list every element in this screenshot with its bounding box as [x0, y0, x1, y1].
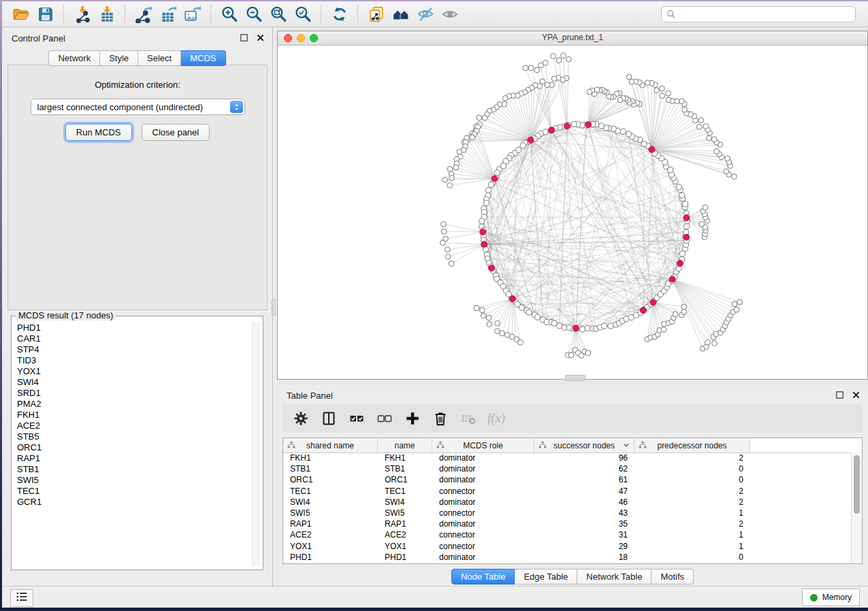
sort-descending-icon[interactable] [622, 440, 631, 450]
mcds-result-item[interactable]: TID3 [17, 355, 251, 366]
close-panel-icon[interactable] [255, 33, 266, 43]
deselect-all-columns-icon[interactable] [375, 409, 394, 428]
column-header-successor-nodes[interactable]: successor nodes [534, 438, 634, 452]
close-panel-button[interactable]: Close panel [142, 124, 210, 141]
minimize-window-icon[interactable] [297, 34, 305, 42]
tab-motifs[interactable]: Motifs [652, 569, 694, 584]
mcds-result-item[interactable]: TEC1 [17, 486, 251, 497]
toolbar-separator [357, 5, 359, 23]
node-table-scrollbar[interactable] [851, 452, 862, 563]
table-toolbar: f(x) [283, 404, 863, 433]
control-panel-title: Control Panel [12, 33, 65, 44]
horizontal-splitter-handle[interactable] [565, 375, 585, 381]
hierarchy-icon [287, 440, 296, 450]
node-table-scrollbar-thumb[interactable] [854, 455, 860, 514]
select-all-columns-icon[interactable] [347, 409, 366, 428]
memory-label: Memory [822, 593, 852, 602]
hide-selected-icon[interactable] [413, 4, 438, 24]
mcds-result-group: MCDS result (17 nodes) PHD1CAR1STP4TID3Y… [11, 316, 263, 570]
tab-node-table[interactable]: Node Table [451, 569, 515, 584]
table-row[interactable]: SWI4SWI4dominator462 [283, 497, 852, 508]
tab-style[interactable]: Style [100, 50, 138, 66]
table-row[interactable]: SWI5SWI5connector431 [283, 508, 852, 518]
table-row[interactable]: RAP1RAP1dominator352 [283, 518, 852, 529]
show-all-icon[interactable] [438, 4, 462, 24]
mcds-network-node [549, 127, 555, 133]
add-column-icon[interactable] [403, 409, 422, 428]
mcds-network-node [585, 122, 592, 128]
workspace-area: YPA_prune.txt_1 Table Panel f(x) shared … [276, 27, 868, 586]
export-network-icon[interactable] [131, 4, 156, 24]
mcds-result-item[interactable]: SWI5 [17, 475, 251, 486]
table-panel-window-controls [835, 390, 861, 400]
mcds-result-item[interactable]: SRD1 [17, 388, 251, 399]
table-row[interactable]: PHD1PHD1dominator180 [283, 552, 852, 563]
table-row[interactable]: TEC1TEC1connector472 [283, 486, 852, 497]
mcds-result-item[interactable]: ORC1 [17, 442, 251, 453]
optimization-criterion-select[interactable]: largest connected component (undirected) [31, 99, 245, 115]
save-session-icon[interactable] [33, 4, 58, 24]
tab-select[interactable]: Select [138, 50, 181, 66]
mcds-result-item[interactable]: STB5 [17, 431, 251, 442]
table-row[interactable]: FKH1FKH1dominator962 [283, 452, 852, 463]
mcds-network-node [480, 229, 486, 235]
mcds-result-list[interactable]: PHD1CAR1STP4TID3YOX1SWI4SRD1PMA2FKH1ACE2… [14, 323, 251, 567]
mcds-result-item[interactable]: FKH1 [17, 410, 251, 420]
tab-mcds[interactable]: MCDS [181, 50, 225, 66]
mcds-result-scrollbar[interactable] [252, 323, 261, 566]
tab-edge-table[interactable]: Edge Table [515, 569, 577, 584]
table-row[interactable]: ORC1ORC1dominator610 [283, 474, 852, 485]
column-layout-icon[interactable] [319, 409, 338, 428]
import-network-icon[interactable] [70, 4, 95, 24]
close-panel-icon[interactable] [851, 390, 861, 400]
delete-column-icon[interactable] [431, 409, 450, 428]
mcds-result-item[interactable]: STP4 [17, 344, 251, 355]
run-mcds-button[interactable]: Run MCDS [65, 124, 132, 141]
tab-network-table[interactable]: Network Table [577, 569, 652, 584]
zoom-window-icon[interactable] [310, 34, 318, 42]
float-window-icon[interactable] [835, 390, 845, 400]
network-window-titlebar[interactable]: YPA_prune.txt_1 [278, 31, 867, 46]
first-neighbors-icon[interactable] [389, 4, 413, 24]
open-file-icon[interactable] [9, 4, 33, 24]
mcds-result-item[interactable]: ACE2 [17, 420, 251, 431]
zoom-selected-icon[interactable] [291, 4, 315, 24]
zoom-fit-icon[interactable] [266, 4, 291, 24]
attribute-settings-icon[interactable] [291, 409, 310, 428]
status-menu-button[interactable] [10, 589, 33, 607]
mcds-result-item[interactable]: PHD1 [17, 323, 251, 333]
close-window-icon[interactable] [284, 34, 292, 42]
network-canvas[interactable] [278, 45, 867, 379]
search-input[interactable] [679, 8, 851, 20]
mcds-result-item[interactable]: GCR1 [17, 497, 251, 508]
column-header-MCDS-role[interactable]: MCDS role [432, 438, 534, 452]
function-builder-icon: f(x) [487, 409, 506, 428]
column-header-shared-name[interactable]: shared name [283, 438, 378, 452]
optimization-criterion-value: largest connected component (undirected) [37, 102, 204, 112]
duplicate-network-icon[interactable] [364, 4, 389, 24]
column-header-predecessor-nodes[interactable]: predecessor nodes [634, 438, 750, 452]
table-row[interactable]: ACE2ACE2connector311 [283, 529, 852, 540]
export-image-icon[interactable] [180, 4, 205, 24]
mcds-result-item[interactable]: RAP1 [17, 453, 251, 464]
import-table-icon[interactable] [95, 4, 119, 24]
mcds-result-item[interactable]: CAR1 [17, 333, 251, 344]
table-row[interactable]: STB1STB1dominator620 [283, 463, 852, 474]
mcds-result-item[interactable]: PMA2 [17, 399, 251, 410]
table-row[interactable]: YOX1YOX1connector291 [283, 541, 852, 552]
export-table-icon[interactable] [156, 4, 180, 24]
zoom-in-icon[interactable] [217, 4, 242, 24]
search-box[interactable] [661, 6, 856, 22]
memory-button[interactable]: Memory [802, 589, 860, 606]
window-traffic-lights [284, 34, 318, 42]
tab-network[interactable]: Network [48, 50, 100, 66]
column-header-name[interactable]: name [378, 438, 432, 452]
mcds-network-node [677, 260, 684, 266]
float-window-icon[interactable] [239, 33, 249, 43]
mcds-result-item[interactable]: STB1 [17, 464, 251, 475]
mcds-result-item[interactable]: YOX1 [17, 366, 251, 377]
zoom-out-icon[interactable] [242, 4, 266, 24]
hierarchy-icon [436, 440, 445, 450]
mcds-result-item[interactable]: SWI4 [17, 377, 251, 388]
refresh-icon[interactable] [327, 4, 352, 24]
